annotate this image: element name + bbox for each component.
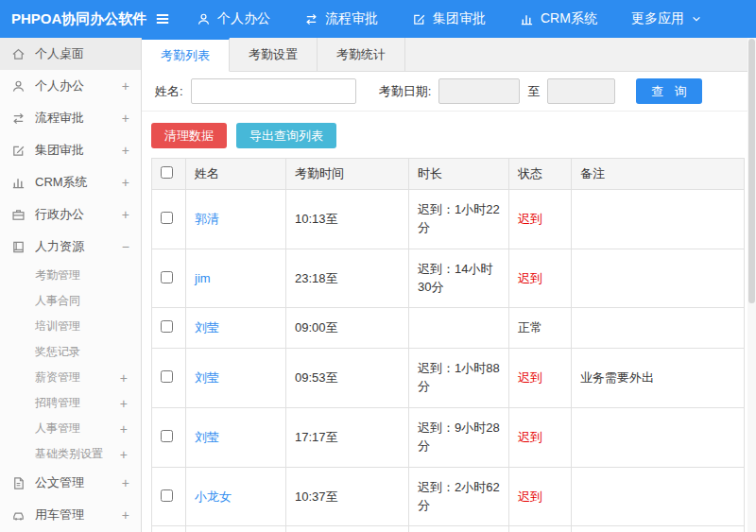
sidebar-item-personal-desktop[interactable]: 个人桌面: [0, 38, 141, 70]
plus-icon[interactable]: +: [120, 422, 128, 436]
sidebar-subitem-training-management[interactable]: 培训管理: [0, 314, 141, 339]
sidebar-item-human-resources[interactable]: 人力资源−: [0, 231, 141, 263]
select-all-checkbox[interactable]: [161, 166, 173, 179]
time-cell: 10:13至: [286, 190, 409, 249]
sidebar-subitem-basic-category-settings[interactable]: 基础类别设置+: [0, 441, 141, 467]
plus-icon[interactable]: +: [120, 371, 128, 385]
sidebar-subitem-attendance-management[interactable]: 考勤管理: [0, 263, 141, 288]
clear-data-button[interactable]: 清理数据: [151, 123, 227, 148]
employee-name-link[interactable]: 刘莹: [195, 430, 219, 444]
tab-bar: 考勤列表考勤设置考勤统计: [142, 38, 756, 72]
person-icon: [197, 12, 211, 26]
status-cell: 迟到: [509, 349, 572, 408]
row-checkbox-cell: [152, 349, 186, 408]
nav-item-group-approval[interactable]: 集团审批: [412, 10, 486, 27]
sidebar-subitem-personnel-management[interactable]: 人事管理+: [0, 416, 141, 441]
app-logo: PHPOA协同办公软件: [0, 10, 144, 28]
status-text: 迟到: [518, 212, 542, 226]
status-cell: 迟到: [509, 190, 572, 249]
time-cell: 09:00至: [286, 308, 409, 349]
row-checkbox-cell: [152, 526, 186, 532]
date-to-input[interactable]: [547, 78, 615, 104]
vertical-scrollbar[interactable]: [747, 38, 756, 532]
row-checkbox-cell: [152, 190, 186, 249]
row-checkbox[interactable]: [161, 320, 173, 333]
sidebar-item-crm-system[interactable]: CRM系统+: [0, 166, 141, 198]
row-checkbox[interactable]: [161, 271, 173, 283]
nav-item-workflow-approval[interactable]: 流程审批: [304, 10, 378, 27]
status-cell: 正常: [509, 308, 572, 349]
plus-icon[interactable]: +: [122, 208, 129, 221]
plus-icon[interactable]: +: [122, 112, 129, 125]
sidebar-item-admin-office[interactable]: 行政办公+: [0, 198, 141, 231]
sidebar-subitem-label: 人事合同: [35, 293, 80, 309]
sidebar-subitem-personnel-contract[interactable]: 人事合同: [0, 288, 141, 314]
name-filter-label: 姓名:: [155, 83, 183, 100]
name-cell: 管理员: [186, 526, 286, 532]
table-row: jim23:18至迟到：14小时30分迟到: [152, 249, 745, 308]
plus-icon[interactable]: +: [122, 508, 129, 522]
plus-icon[interactable]: +: [120, 397, 128, 410]
sidebar-item-document-management[interactable]: 公文管理+: [0, 467, 141, 499]
row-checkbox-cell: [152, 408, 186, 468]
employee-name-link[interactable]: 小龙女: [195, 489, 232, 504]
duration-cell: 迟到：1小时22分: [409, 190, 509, 249]
attendance-table: 姓名考勤时间时长状态备注 郭清10:13至迟到：1小时22分迟到jim23:18…: [151, 158, 745, 532]
sidebar-item-vehicle-management[interactable]: 用车管理+: [0, 499, 141, 531]
date-from-input[interactable]: [438, 78, 520, 104]
tab-attendance-stats[interactable]: 考勤统计: [318, 38, 405, 71]
employee-name-link[interactable]: 刘莹: [195, 320, 219, 335]
duration-cell: [409, 308, 509, 349]
employee-name-link[interactable]: 刘莹: [195, 370, 219, 385]
status-cell: 迟到: [509, 408, 572, 468]
table-header-row: 姓名考勤时间时长状态备注: [152, 159, 745, 190]
export-list-button[interactable]: 导出查询列表: [236, 123, 336, 148]
duration-cell: 迟到：9小时28分: [409, 408, 509, 468]
menu-toggle-icon[interactable]: [144, 0, 181, 38]
sidebar-subitem-label: 基础类别设置: [35, 446, 103, 462]
sidebar-item-workflow-approval[interactable]: 流程审批+: [0, 102, 141, 134]
duration-cell: 迟到：2小时90分早退：7小时10分: [409, 526, 509, 532]
plus-icon[interactable]: +: [122, 79, 129, 93]
edit-icon: [412, 12, 426, 26]
table-row: 刘莹09:53至迟到：1小时88分迟到业务需要外出: [152, 349, 745, 408]
doc-icon: [11, 476, 26, 490]
nav-item-label: 流程审批: [325, 10, 378, 27]
nav-item-label: 个人办公: [217, 10, 270, 27]
scrollbar-thumb[interactable]: [748, 39, 755, 303]
duration-cell: 迟到：1小时88分: [409, 349, 509, 408]
sidebar-item-personal-office[interactable]: 个人办公+: [0, 70, 141, 102]
nav-item-more-apps[interactable]: 更多应用: [631, 10, 702, 27]
plus-icon[interactable]: +: [120, 448, 128, 461]
nav-item-crm-system[interactable]: CRM系统: [520, 10, 597, 27]
plus-icon[interactable]: +: [122, 176, 129, 189]
row-checkbox[interactable]: [161, 212, 173, 224]
remark-cell: 业务需要外出: [572, 349, 745, 408]
minus-icon[interactable]: −: [122, 240, 129, 253]
name-filter-input[interactable]: [191, 78, 356, 104]
search-button[interactable]: 查 询: [636, 78, 702, 104]
row-checkbox[interactable]: [161, 370, 173, 383]
action-bar: 清理数据 导出查询列表: [142, 112, 756, 158]
sidebar-subitem-label: 人事管理: [35, 420, 80, 437]
plus-icon[interactable]: +: [122, 144, 129, 157]
remark-cell: [572, 308, 745, 349]
row-checkbox[interactable]: [161, 489, 173, 502]
row-checkbox[interactable]: [161, 430, 173, 442]
plus-icon[interactable]: +: [122, 476, 129, 489]
tab-attendance-settings[interactable]: 考勤设置: [230, 38, 318, 71]
sidebar-subitem-recruitment-management[interactable]: 招聘管理+: [0, 390, 141, 416]
sidebar-subitem-reward-punishment[interactable]: 奖惩记录: [0, 339, 141, 365]
nav-item-personal-office[interactable]: 个人办公: [197, 10, 270, 27]
nav-item-label: 集团审批: [433, 10, 486, 27]
sidebar-item-group-approval[interactable]: 集团审批+: [0, 134, 141, 166]
chevron-down-icon: [691, 13, 702, 25]
sidebar-subitem-salary-management[interactable]: 薪资管理+: [0, 365, 141, 390]
tab-attendance-list[interactable]: 考勤列表: [142, 38, 230, 72]
duration-line: 迟到：2小时62分: [418, 479, 500, 515]
employee-name-link[interactable]: 郭清: [195, 212, 219, 226]
employee-name-link[interactable]: jim: [195, 271, 211, 285]
main-content: 考勤列表考勤设置考勤统计 姓名: 考勤日期: 至 查 询 清理数据 导出查询列表…: [142, 38, 756, 532]
duration-line: 迟到：1小时22分: [418, 201, 500, 237]
workflow-icon: [304, 12, 318, 26]
